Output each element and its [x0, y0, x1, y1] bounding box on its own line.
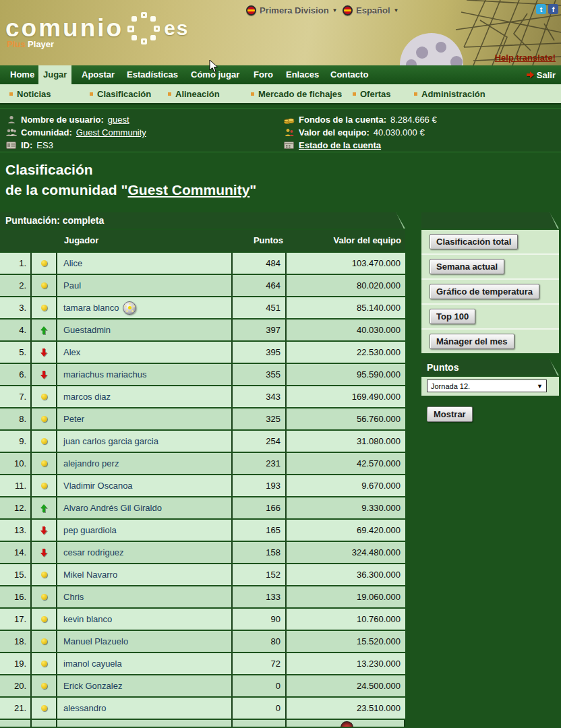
points-cell: 90 — [233, 609, 287, 630]
trend-same-icon — [41, 594, 47, 600]
value-cell: 23.510.000 — [287, 698, 405, 719]
value-cell: 15.520.000 — [287, 631, 405, 652]
nav-item-contacto[interactable]: Contacto — [326, 65, 373, 84]
table-row: 4.Guestadmin39740.030.000 — [0, 320, 405, 340]
player-name-link[interactable]: Mikel Navarro — [57, 564, 233, 585]
player-name-link[interactable]: Alex — [57, 342, 233, 363]
trend-cell — [32, 497, 57, 518]
header-notch — [396, 212, 405, 229]
trend-cell — [32, 453, 57, 474]
account-status-link[interactable]: Estado de la cuenta — [299, 140, 381, 150]
plus-player-label: Plus Player — [7, 39, 54, 49]
player-name-link[interactable]: Vladimir Oscanoa — [57, 475, 233, 496]
user-icon — [5, 115, 17, 124]
rank-cell: 18. — [0, 631, 32, 652]
subnav-item-administracion[interactable]: Administración — [414, 84, 485, 104]
player-name-link[interactable]: tamara blanco — [57, 297, 233, 318]
subnav-item-ofertas[interactable]: Ofertas — [353, 84, 391, 104]
nav-item-estadisticas[interactable]: Estadísticas — [122, 65, 183, 84]
trend-down-icon — [40, 348, 47, 357]
page-subtitle: de la comunidad "Guest Community" — [5, 182, 561, 198]
trend-cell — [32, 564, 57, 585]
sidebar-button-row: Gráfico de temperatura — [421, 280, 559, 305]
community-value-link[interactable]: Guest Community — [76, 127, 146, 138]
player-name-link[interactable]: mariachus mariachus — [57, 364, 233, 385]
value-cell: 56.760.000 — [287, 408, 405, 429]
column-header-points: Puntos — [254, 230, 283, 251]
rank-cell: 3. — [0, 297, 32, 318]
logout-arrow-icon — [527, 71, 534, 78]
sidebar-button-clasificacion-total[interactable]: Clasificación total — [430, 234, 518, 249]
trend-cell — [32, 653, 57, 674]
player-name-link[interactable]: imanol cayuela — [57, 653, 233, 674]
twitter-icon[interactable]: t — [536, 4, 546, 14]
sidebar-button-semana-actual[interactable]: Semana actual — [430, 259, 504, 274]
trend-cell — [32, 386, 57, 407]
help-translate-link[interactable]: Help translate! — [495, 53, 556, 63]
player-name-link[interactable]: Alice — [57, 253, 233, 274]
username-value-link[interactable]: guest — [108, 115, 129, 125]
value-cell: 31.080.000 — [287, 431, 405, 452]
points-cell: 254 — [233, 431, 287, 452]
player-name-link[interactable]: Alvaro Andrés Gil Giraldo — [57, 497, 233, 518]
trend-cell — [32, 609, 57, 630]
ranking-table: Puntuación: completa Jugador Puntos Valo… — [0, 212, 405, 727]
nav-item-jugar[interactable]: Jugar — [38, 65, 71, 84]
player-name-link[interactable]: Peter — [57, 408, 233, 429]
nav-item-apostar[interactable]: Apostar — [77, 65, 119, 84]
sidebar-button-top-100[interactable]: Top 100 — [430, 309, 475, 324]
community-link[interactable]: Guest Community — [127, 182, 249, 198]
subnav-item-clasificacion[interactable]: Clasificación — [90, 84, 151, 104]
points-section-header: Puntos — [421, 359, 559, 375]
player-name-link[interactable]: Paul — [57, 275, 233, 296]
trend-same-icon — [41, 483, 47, 489]
trend-cell — [32, 586, 57, 607]
player-name-link[interactable]: cesar rodriguez — [57, 542, 233, 563]
facebook-icon[interactable]: f — [548, 4, 558, 14]
player-name-link[interactable]: alejandro perz — [57, 453, 233, 474]
language-dropdown[interactable]: Español ▼ — [343, 5, 399, 16]
trend-up-icon — [40, 326, 47, 334]
nav-item-home[interactable]: Home — [5, 65, 39, 84]
rank-cell: 1. — [0, 253, 32, 274]
player-name-link[interactable]: juan carlos garcia garcia — [57, 431, 233, 452]
id-value: ES3 — [36, 140, 53, 150]
jornada-select-value: Jornada 12. — [431, 382, 470, 390]
subnav-item-alineacion[interactable]: Alineación — [168, 84, 220, 104]
player-name-link[interactable]: Erick Gonzalez — [57, 675, 233, 696]
jornada-select[interactable]: Jornada 12. ▼ — [427, 380, 547, 392]
table-row: 10.alejandro perz23142.570.000 — [0, 453, 405, 474]
points-cell: 395 — [233, 342, 287, 363]
table-row: 13.pep guardiola16569.420.000 — [0, 520, 405, 541]
sidebar-button-grafico-de-temperatura[interactable]: Gráfico de temperatura — [430, 284, 539, 299]
table-row: 15.Mikel Navarro15236.300.000 — [0, 564, 405, 585]
player-name-link[interactable]: kevin blanco — [57, 609, 233, 630]
player-name-link[interactable]: Manuel Plazuelo — [57, 631, 233, 652]
player-name-link[interactable]: alessandro — [57, 698, 233, 719]
sidebar-button-manager-del-mes[interactable]: Mánager del mes — [430, 334, 514, 349]
value-cell: 9.670.000 — [287, 475, 405, 496]
subnav-item-noticias[interactable]: Noticias — [9, 84, 51, 104]
trend-same-icon — [41, 572, 47, 578]
trend-down-icon — [40, 371, 47, 379]
nav-item-enlaces[interactable]: Enlaces — [281, 65, 324, 84]
logout-link[interactable]: Salir — [527, 65, 556, 84]
league-dropdown[interactable]: Primera Division ▼ — [246, 5, 338, 16]
username-line: Nombre de usuario: guest — [5, 113, 146, 126]
sidebar-button-row: Top 100 — [421, 305, 559, 330]
mostrar-button[interactable]: Mostrar — [427, 406, 473, 422]
table-body: 1.Alice484103.470.0002.Paul46480.020.000… — [0, 253, 405, 719]
player-name-link[interactable]: Chris — [57, 586, 233, 607]
trend-same-icon — [41, 616, 47, 622]
points-cell: 193 — [233, 475, 287, 496]
player-name-link[interactable]: marcos diaz — [57, 386, 233, 407]
player-name-link[interactable]: Guestadmin — [57, 320, 233, 340]
chevron-down-icon: ▼ — [394, 7, 399, 13]
account-status-icon — [283, 142, 295, 149]
table-row: 5.Alex39522.530.000 — [0, 342, 405, 363]
trend-cell — [32, 431, 57, 452]
subnav-item-mercado-de-fichajes[interactable]: Mercado de fichajes — [251, 84, 342, 104]
section-header: Puntuación: completa — [0, 212, 405, 229]
player-name-link[interactable]: pep guardiola — [57, 520, 233, 541]
nav-item-foro[interactable]: Foro — [249, 65, 278, 84]
